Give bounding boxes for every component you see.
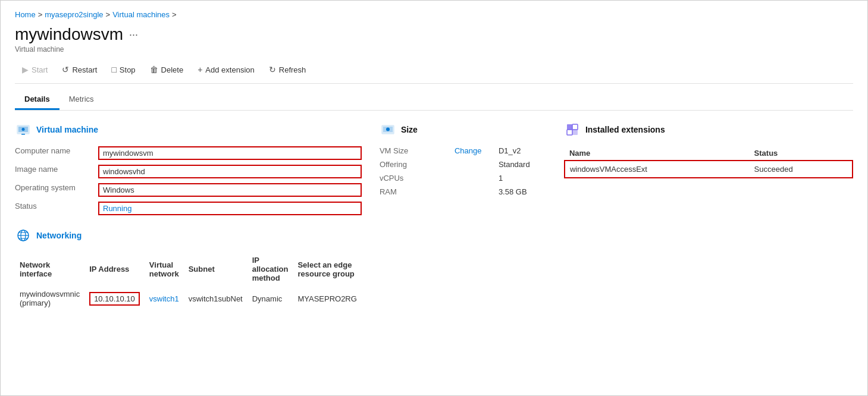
tab-details[interactable]: Details bbox=[15, 90, 59, 110]
networking-section-header: Networking bbox=[15, 227, 362, 244]
offering-label: Offering bbox=[380, 160, 451, 169]
breadcrumb-sep1: > bbox=[38, 10, 43, 19]
toolbar: ▶ Start ↺ Restart □ Stop 🗑 Delete + Add … bbox=[15, 62, 853, 84]
status-label: Status bbox=[15, 202, 92, 215]
ram-label: RAM bbox=[380, 187, 451, 196]
page-container: Home > myasepro2single > Virtual machine… bbox=[0, 0, 868, 396]
networking-table: Network interface IP Address Virtual net… bbox=[15, 252, 362, 311]
networking-icon bbox=[15, 227, 32, 244]
delete-button[interactable]: 🗑 Delete bbox=[143, 62, 191, 77]
status-value: Running bbox=[98, 202, 362, 215]
net-col-subnet: Subnet bbox=[184, 252, 247, 286]
offering-value: Standard bbox=[499, 160, 546, 169]
vm-size-label: VM Size bbox=[380, 146, 451, 155]
net-subnet: vswitch1subNet bbox=[184, 286, 247, 311]
start-icon: ▶ bbox=[22, 65, 29, 74]
breadcrumb-home[interactable]: Home bbox=[15, 10, 36, 19]
extensions-column: Installed extensions Name Status windows… bbox=[564, 121, 853, 311]
computer-name-label: Computer name bbox=[15, 146, 92, 160]
tabs: Details Metrics bbox=[15, 90, 853, 111]
svg-rect-14 bbox=[567, 130, 572, 135]
net-interface: mywindowsvmnic (primary) bbox=[15, 286, 84, 311]
page-title-row: mywindowsvm ··· bbox=[15, 25, 853, 44]
svg-rect-12 bbox=[567, 124, 572, 130]
extensions-section-header: Installed extensions bbox=[564, 121, 853, 138]
vm-size-change[interactable]: Change bbox=[455, 146, 495, 155]
net-col-interface: Network interface bbox=[15, 252, 84, 286]
net-col-ip: IP Address bbox=[84, 252, 145, 286]
size-icon bbox=[380, 121, 396, 138]
svg-point-11 bbox=[386, 128, 390, 131]
page-title: mywindowsvm bbox=[15, 25, 123, 44]
restart-icon: ↺ bbox=[62, 65, 69, 74]
ext-col-name: Name bbox=[565, 146, 750, 161]
ext-col-status: Status bbox=[750, 146, 853, 161]
add-extension-button[interactable]: + Add extension bbox=[190, 62, 262, 77]
size-column: Size VM Size Change D1_v2 Offering Stand… bbox=[380, 121, 546, 311]
svg-rect-13 bbox=[572, 124, 578, 130]
svg-rect-3 bbox=[21, 134, 25, 135]
net-col-allocation: IP allocation method bbox=[247, 252, 293, 286]
net-row: mywindowsvmnic (primary) 10.10.10.10 vsw… bbox=[15, 286, 362, 311]
ip-address-value: 10.10.10.10 bbox=[89, 292, 140, 306]
size-section-title: Size bbox=[401, 125, 418, 134]
vm-section-header: Virtual machine bbox=[15, 121, 362, 138]
image-name-label: Image name bbox=[15, 165, 92, 178]
vcpus-label: vCPUs bbox=[380, 174, 451, 183]
networking-section: Networking Network interface IP Address … bbox=[15, 227, 362, 311]
vm-icon bbox=[15, 121, 32, 138]
breadcrumb-resource[interactable]: Virtual machines bbox=[112, 10, 170, 19]
breadcrumb-sep3: > bbox=[172, 10, 177, 19]
image-name-value: windowsvhd bbox=[98, 165, 362, 178]
ext-name: windowsVMAccessExt bbox=[565, 161, 750, 178]
vm-size-value: D1_v2 bbox=[499, 146, 546, 155]
stop-icon: □ bbox=[111, 65, 116, 74]
svg-rect-15 bbox=[572, 130, 578, 135]
tab-metrics[interactable]: Metrics bbox=[59, 90, 104, 110]
refresh-button[interactable]: ↻ Refresh bbox=[262, 62, 314, 77]
net-allocation: Dynamic bbox=[247, 286, 293, 311]
breadcrumb: Home > myasepro2single > Virtual machine… bbox=[15, 10, 853, 19]
stop-button[interactable]: □ Stop bbox=[104, 62, 142, 77]
ellipsis-menu[interactable]: ··· bbox=[129, 29, 138, 41]
ext-status: Succeeded bbox=[750, 161, 853, 178]
vm-column: Virtual machine Computer name mywindowsv… bbox=[15, 121, 362, 311]
os-value: Windows bbox=[98, 183, 362, 197]
page-subtitle: Virtual machine bbox=[15, 45, 853, 54]
extensions-icon bbox=[564, 121, 581, 138]
add-icon: + bbox=[198, 65, 202, 74]
size-section-header: Size bbox=[380, 121, 546, 138]
svg-point-2 bbox=[22, 128, 25, 131]
vcpus-value: 1 bbox=[499, 174, 546, 183]
start-button[interactable]: ▶ Start bbox=[15, 62, 55, 77]
ram-value: 3.58 GB bbox=[499, 187, 546, 196]
breadcrumb-sep2: > bbox=[106, 10, 111, 19]
extensions-section-title: Installed extensions bbox=[585, 125, 665, 134]
net-vnet[interactable]: vswitch1 bbox=[145, 286, 184, 311]
delete-icon: 🗑 bbox=[150, 65, 158, 74]
computer-name-value: mywindowsvm bbox=[98, 146, 362, 160]
breadcrumb-group[interactable]: myasepro2single bbox=[45, 10, 103, 19]
ext-row: windowsVMAccessExt Succeeded bbox=[565, 161, 853, 178]
net-col-rg: Select an edge resource group bbox=[293, 252, 361, 286]
main-content: Virtual machine Computer name mywindowsv… bbox=[15, 121, 853, 311]
extensions-table: Name Status windowsVMAccessExt Succeeded bbox=[564, 146, 853, 178]
restart-button[interactable]: ↺ Restart bbox=[55, 62, 104, 77]
vm-section-title: Virtual machine bbox=[36, 125, 98, 134]
refresh-icon: ↻ bbox=[269, 65, 276, 74]
os-label: Operating system bbox=[15, 183, 92, 197]
net-rg: MYASEPRO2RG bbox=[293, 286, 361, 311]
networking-section-title: Networking bbox=[36, 231, 82, 240]
net-col-vnet: Virtual network bbox=[145, 252, 184, 286]
net-ip: 10.10.10.10 bbox=[84, 286, 145, 311]
